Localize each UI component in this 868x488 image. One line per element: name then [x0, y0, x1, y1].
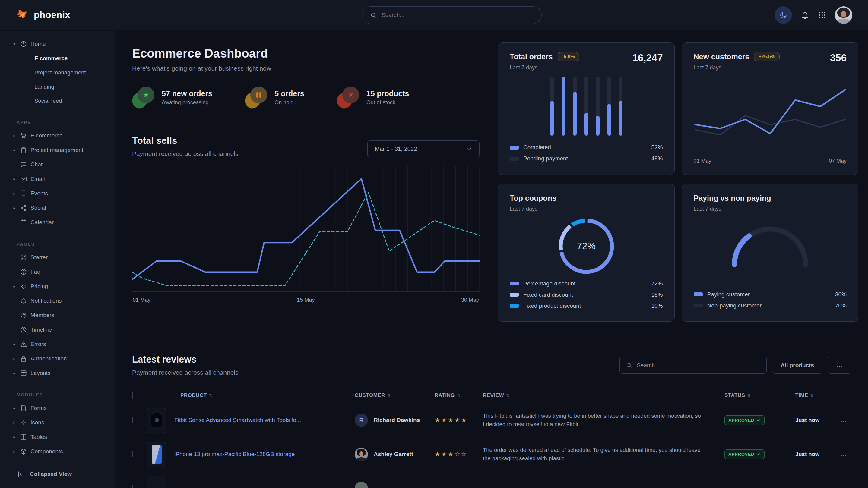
- column-header-product[interactable]: PRODUCT⇅: [147, 392, 355, 398]
- reviews-search[interactable]: [619, 357, 767, 374]
- bar-track: [619, 76, 622, 136]
- legend-row: Non-paying customer 70%: [694, 300, 847, 311]
- legend-value: 48%: [651, 155, 662, 162]
- out-status-icon: ✕: [337, 87, 360, 108]
- sidebar-item-e-commerce[interactable]: ▸ E commerce: [0, 128, 115, 143]
- user-avatar[interactable]: [835, 6, 852, 24]
- chevron-right-icon: ▸: [12, 133, 17, 138]
- x-tick: 30 May: [461, 297, 479, 303]
- chevron-right-icon: ▸: [12, 148, 17, 152]
- row-more-button[interactable]: ...: [841, 451, 851, 458]
- clock-icon: [20, 326, 27, 333]
- sidebar-subitem-e-commerce[interactable]: E commerce: [0, 51, 115, 65]
- sidebar-item-events[interactable]: ▸ Events: [0, 186, 115, 201]
- legend-swatch: [510, 145, 519, 150]
- delta-badge: -6.8%: [558, 52, 579, 61]
- sidebar-item-layouts[interactable]: ▸ Layouts: [0, 366, 115, 380]
- row-checkbox[interactable]: [132, 451, 133, 457]
- row-more-button[interactable]: ...: [841, 417, 851, 424]
- sidebar-subitem-project-management[interactable]: Project management: [0, 65, 115, 79]
- sidebar-item-label: Pricing: [30, 283, 48, 290]
- all-products-filter-button[interactable]: All products: [772, 357, 823, 374]
- coupons-legend: Percentage discount 72% Fixed card disco…: [510, 278, 663, 312]
- reviews-title: Latest reviews: [132, 354, 239, 365]
- legend-row: Fixed product discount 10%: [510, 300, 663, 312]
- sidebar-item-icons[interactable]: ▸ Icons: [0, 415, 115, 430]
- sidebar-item-authentication[interactable]: ▸ Authentication: [0, 352, 115, 366]
- dashboard-top-zone: Ecommerce Dashboard Here's what's going …: [116, 31, 868, 335]
- customers-x-axis: 01 May 07 May: [694, 153, 847, 164]
- review-time: Just now: [795, 417, 841, 423]
- sidebar-item-chat[interactable]: Chat: [0, 157, 115, 172]
- sidebar-item-label: Layouts: [30, 370, 51, 377]
- bar-fill: [550, 101, 554, 136]
- grid-icon: [20, 419, 27, 426]
- legend-row: Pending payment 48%: [510, 153, 663, 164]
- sidebar-item-components[interactable]: ▸ Components: [0, 444, 115, 459]
- paying-legend: Paying customer 30% Non-paying customer …: [694, 289, 847, 311]
- date-range-select[interactable]: Mar 1 - 31, 2022: [367, 140, 479, 157]
- column-header-rating[interactable]: RATING⇅: [435, 392, 483, 398]
- sidebar-item-errors[interactable]: ▸ Errors: [0, 337, 115, 352]
- sidebar-subitem-landing[interactable]: Landing: [0, 79, 115, 94]
- theme-toggle-button[interactable]: [775, 6, 792, 24]
- phoenix-flame-icon: [17, 9, 29, 22]
- sidebar-item-forms[interactable]: ▸ Forms: [0, 401, 115, 415]
- sidebar-item-starter[interactable]: Starter: [0, 250, 115, 265]
- x-tick: 01 May: [133, 297, 151, 303]
- reviews-table-header: PRODUCT⇅ CUSTOMER⇅ RATING⇅ REVIEW⇅ STATU…: [132, 388, 851, 403]
- sidebar-item-notifications[interactable]: Notifications: [0, 294, 115, 308]
- stat-caption: On hold: [275, 99, 304, 106]
- row-checkbox[interactable]: [132, 417, 133, 423]
- sidebar-item-timeline[interactable]: Timeline: [0, 323, 115, 337]
- top-navbar: phoenix: [0, 0, 868, 30]
- card-period: Last 7 days: [694, 65, 780, 71]
- sidebar-item-email[interactable]: ▸ Email: [0, 172, 115, 186]
- quick-stats: ★ 57 new orders Awating processing 5 ord…: [132, 87, 479, 108]
- sidebar-item-tables[interactable]: ▸ Tables: [0, 430, 115, 444]
- sidebar-subitem-social-feed[interactable]: Social feed: [0, 94, 115, 108]
- rating-stars: ★★★★★: [435, 417, 483, 424]
- column-header-customer[interactable]: CUSTOMER⇅: [355, 392, 435, 398]
- search-input[interactable]: [381, 11, 533, 19]
- grid-dots-icon: [818, 11, 826, 19]
- bar-track: [550, 76, 554, 136]
- paying-gauge-chart: [725, 219, 815, 272]
- notifications-button[interactable]: [801, 10, 809, 20]
- brand-logo[interactable]: phoenix: [17, 9, 70, 22]
- select-all-checkbox[interactable]: [132, 392, 133, 399]
- sidebar-item-label: Events: [30, 190, 48, 197]
- sidebar-section-label: APPS: [0, 116, 115, 128]
- row-checkbox[interactable]: [132, 485, 133, 488]
- sidebar-item-project-management[interactable]: ▸ Project management: [0, 143, 115, 157]
- column-header-time[interactable]: TIME⇅: [795, 392, 841, 398]
- column-header-status[interactable]: STATUS⇅: [724, 392, 795, 398]
- review-text: This Fitbit is fantastic! I was trying t…: [483, 412, 724, 429]
- reviews-more-button[interactable]: ...: [828, 357, 851, 374]
- legend-value: 52%: [651, 144, 662, 151]
- sidebar-item-pricing[interactable]: ▸ Pricing: [0, 279, 115, 294]
- card-title: Paying vs non paying: [694, 194, 771, 202]
- sidebar-item-label: Social: [30, 205, 46, 211]
- sidebar-item-faq[interactable]: Faq: [0, 265, 115, 279]
- legend-swatch: [510, 304, 519, 308]
- stat-caption: Out of stock: [367, 99, 409, 106]
- sidebar-item-social[interactable]: ▸ Social: [0, 201, 115, 215]
- product-link[interactable]: Fitbit Sense Advanced Smartwatch with To…: [174, 417, 301, 423]
- calendar-icon: [20, 219, 27, 226]
- lock-icon: [20, 355, 27, 362]
- sidebar-item-home[interactable]: ▾ Home: [0, 37, 115, 51]
- sidebar-item-members[interactable]: Members: [0, 308, 115, 323]
- bar-fill: [596, 116, 599, 136]
- sidebar-item-label: Notifications: [30, 297, 62, 304]
- sidebar-item-calendar[interactable]: Calendar: [0, 215, 115, 230]
- sidebar-item-label: Faq: [30, 268, 40, 275]
- column-header-review[interactable]: REVIEW⇅: [483, 392, 724, 398]
- global-search[interactable]: [362, 6, 542, 24]
- product-link[interactable]: iPhone 13 pro max-Pacific Blue-128GB sto…: [174, 451, 294, 458]
- reviews-search-input[interactable]: [636, 362, 760, 369]
- quick-stat-hold: 5 orders On hold: [245, 87, 304, 108]
- sidebar-item-label: Project management: [30, 147, 83, 154]
- collapsed-view-toggle[interactable]: Collapsed View: [0, 460, 115, 488]
- apps-menu-button[interactable]: [818, 11, 826, 19]
